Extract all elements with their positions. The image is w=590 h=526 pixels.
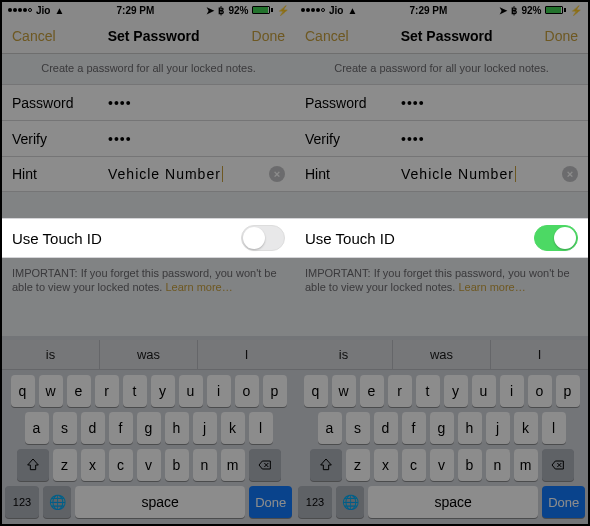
subtitle: Create a password for all your locked no… bbox=[2, 54, 295, 84]
key-b[interactable]: b bbox=[458, 449, 482, 481]
numbers-key[interactable]: 123 bbox=[5, 486, 39, 518]
space-key[interactable]: space bbox=[368, 486, 538, 518]
key-c[interactable]: c bbox=[402, 449, 426, 481]
suggestion[interactable]: was bbox=[100, 340, 198, 369]
key-v[interactable]: v bbox=[137, 449, 161, 481]
globe-key[interactable]: 🌐 bbox=[43, 486, 71, 518]
hint-row[interactable]: Hint Vehicle Number × bbox=[2, 156, 295, 192]
clear-icon[interactable]: × bbox=[269, 166, 285, 182]
hint-field[interactable]: Vehicle Number bbox=[108, 166, 269, 182]
done-button[interactable]: Done bbox=[545, 28, 578, 44]
verify-row[interactable]: Verify •••• bbox=[2, 120, 295, 156]
key-e[interactable]: e bbox=[67, 375, 91, 407]
touchid-toggle[interactable] bbox=[241, 225, 285, 251]
key-t[interactable]: t bbox=[123, 375, 147, 407]
key-j[interactable]: j bbox=[193, 412, 217, 444]
cancel-button[interactable]: Cancel bbox=[305, 28, 349, 44]
key-g[interactable]: g bbox=[137, 412, 161, 444]
shift-icon bbox=[25, 457, 41, 473]
key-p[interactable]: p bbox=[263, 375, 287, 407]
key-z[interactable]: z bbox=[346, 449, 370, 481]
key-i[interactable]: i bbox=[207, 375, 231, 407]
key-i[interactable]: i bbox=[500, 375, 524, 407]
suggestion[interactable]: I bbox=[198, 340, 295, 369]
touchid-toggle[interactable] bbox=[534, 225, 578, 251]
key-v[interactable]: v bbox=[430, 449, 454, 481]
key-a[interactable]: a bbox=[318, 412, 342, 444]
numbers-key[interactable]: 123 bbox=[298, 486, 332, 518]
done-button[interactable]: Done bbox=[252, 28, 285, 44]
key-z[interactable]: z bbox=[53, 449, 77, 481]
key-l[interactable]: l bbox=[249, 412, 273, 444]
key-l[interactable]: l bbox=[542, 412, 566, 444]
learn-more-link[interactable]: Learn more… bbox=[165, 281, 232, 293]
key-h[interactable]: h bbox=[458, 412, 482, 444]
key-o[interactable]: o bbox=[528, 375, 552, 407]
hint-row[interactable]: Hint Vehicle Number × bbox=[295, 156, 588, 192]
key-k[interactable]: k bbox=[221, 412, 245, 444]
password-field[interactable]: •••• bbox=[108, 95, 285, 111]
key-d[interactable]: d bbox=[81, 412, 105, 444]
key-w[interactable]: w bbox=[39, 375, 63, 407]
charging-icon: ⚡ bbox=[277, 5, 289, 16]
key-t[interactable]: t bbox=[416, 375, 440, 407]
key-f[interactable]: f bbox=[109, 412, 133, 444]
spacer bbox=[2, 192, 295, 218]
keyboard-done-key[interactable]: Done bbox=[542, 486, 585, 518]
key-x[interactable]: x bbox=[374, 449, 398, 481]
key-s[interactable]: s bbox=[53, 412, 77, 444]
space-key[interactable]: space bbox=[75, 486, 245, 518]
battery-icon bbox=[252, 6, 273, 14]
suggestion[interactable]: is bbox=[2, 340, 100, 369]
key-q[interactable]: q bbox=[11, 375, 35, 407]
cancel-button[interactable]: Cancel bbox=[12, 28, 56, 44]
key-n[interactable]: n bbox=[193, 449, 217, 481]
key-c[interactable]: c bbox=[109, 449, 133, 481]
suggestion[interactable]: is bbox=[295, 340, 393, 369]
key-a[interactable]: a bbox=[25, 412, 49, 444]
hint-field[interactable]: Vehicle Number bbox=[401, 166, 562, 182]
key-y[interactable]: y bbox=[444, 375, 468, 407]
suggestion-bar: is was I bbox=[295, 340, 588, 370]
suggestion[interactable]: I bbox=[491, 340, 588, 369]
key-g[interactable]: g bbox=[430, 412, 454, 444]
verify-field[interactable]: •••• bbox=[108, 131, 285, 147]
signal-icon bbox=[301, 8, 325, 12]
key-row: z x c v b n m bbox=[295, 444, 588, 481]
shift-key[interactable] bbox=[17, 449, 49, 481]
verify-row[interactable]: Verify •••• bbox=[295, 120, 588, 156]
key-m[interactable]: m bbox=[221, 449, 245, 481]
backspace-key[interactable] bbox=[249, 449, 281, 481]
key-b[interactable]: b bbox=[165, 449, 189, 481]
key-e[interactable]: e bbox=[360, 375, 384, 407]
keyboard-done-key[interactable]: Done bbox=[249, 486, 292, 518]
key-s[interactable]: s bbox=[346, 412, 370, 444]
key-u[interactable]: u bbox=[472, 375, 496, 407]
key-p[interactable]: p bbox=[556, 375, 580, 407]
learn-more-link[interactable]: Learn more… bbox=[458, 281, 525, 293]
password-row[interactable]: Password •••• bbox=[295, 84, 588, 120]
password-row[interactable]: Password •••• bbox=[2, 84, 295, 120]
globe-key[interactable]: 🌐 bbox=[336, 486, 364, 518]
key-r[interactable]: r bbox=[388, 375, 412, 407]
key-h[interactable]: h bbox=[165, 412, 189, 444]
key-o[interactable]: o bbox=[235, 375, 259, 407]
shift-key[interactable] bbox=[310, 449, 342, 481]
key-j[interactable]: j bbox=[486, 412, 510, 444]
verify-field[interactable]: •••• bbox=[401, 131, 578, 147]
key-m[interactable]: m bbox=[514, 449, 538, 481]
key-d[interactable]: d bbox=[374, 412, 398, 444]
key-w[interactable]: w bbox=[332, 375, 356, 407]
key-y[interactable]: y bbox=[151, 375, 175, 407]
clear-icon[interactable]: × bbox=[562, 166, 578, 182]
key-r[interactable]: r bbox=[95, 375, 119, 407]
key-n[interactable]: n bbox=[486, 449, 510, 481]
key-q[interactable]: q bbox=[304, 375, 328, 407]
backspace-key[interactable] bbox=[542, 449, 574, 481]
key-f[interactable]: f bbox=[402, 412, 426, 444]
suggestion[interactable]: was bbox=[393, 340, 491, 369]
key-x[interactable]: x bbox=[81, 449, 105, 481]
key-k[interactable]: k bbox=[514, 412, 538, 444]
password-field[interactable]: •••• bbox=[401, 95, 578, 111]
key-u[interactable]: u bbox=[179, 375, 203, 407]
